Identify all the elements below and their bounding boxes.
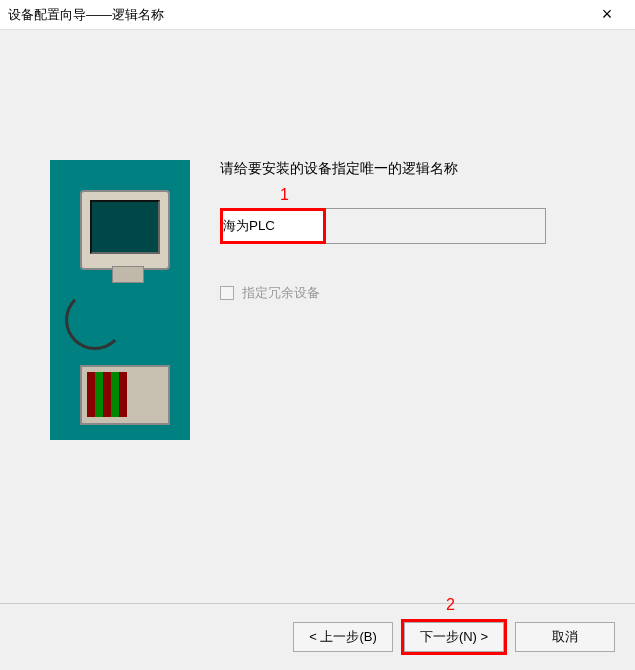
highlight-frame-1 [220,208,326,244]
monitor-icon [80,190,170,270]
annotation-marker-2: 2 [446,596,455,614]
annotation-marker-1: 1 [280,186,289,204]
name-input-row: 1 [220,208,595,244]
input-extension[interactable] [326,208,546,244]
redundant-checkbox-row: 指定冗余设备 [220,284,595,302]
next-button[interactable]: 下一步(N) > [404,622,504,652]
footer: 2 < 上一步(B) 下一步(N) > 取消 [0,603,635,670]
form-panel: 请给要安装的设备指定唯一的逻辑名称 1 指定冗余设备 [190,40,625,620]
redundant-label: 指定冗余设备 [242,284,320,302]
logical-name-input[interactable] [223,211,323,241]
back-button[interactable]: < 上一步(B) [293,622,393,652]
cable-icon [65,290,125,350]
prompt-label: 请给要安装的设备指定唯一的逻辑名称 [220,160,595,178]
redundant-checkbox [220,286,234,300]
content-area: 请给要安装的设备指定唯一的逻辑名称 1 指定冗余设备 [0,30,635,630]
wizard-illustration [50,160,190,440]
cancel-button[interactable]: 取消 [515,622,615,652]
window-title: 设备配置向导——逻辑名称 [8,6,164,24]
close-icon[interactable]: × [587,4,627,25]
titlebar: 设备配置向导——逻辑名称 × [0,0,635,30]
highlight-frame-2: 下一步(N) > [401,619,507,655]
device-icon [80,365,170,425]
